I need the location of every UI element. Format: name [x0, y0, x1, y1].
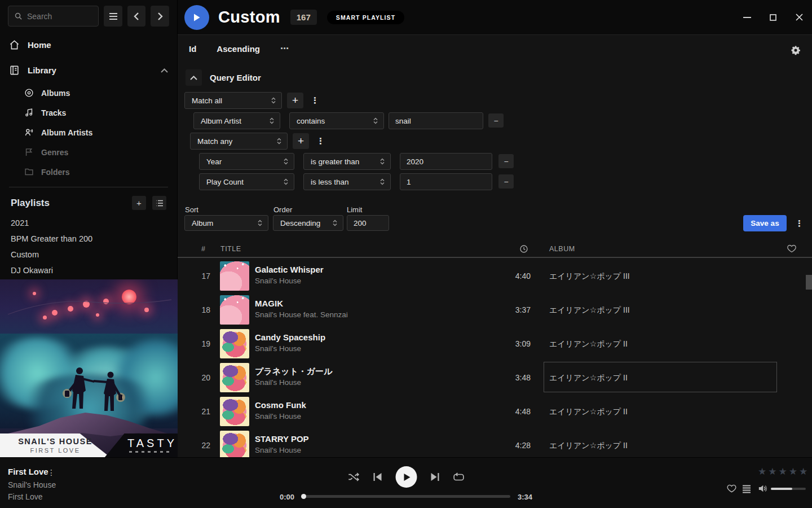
- star-icon[interactable]: ★: [799, 466, 807, 478]
- column-album[interactable]: ALBUM: [549, 245, 575, 253]
- shuffle-button[interactable]: [348, 472, 360, 482]
- group-menu-button-1[interactable]: ⋮: [311, 96, 319, 104]
- sort-field[interactable]: Id: [189, 44, 196, 54]
- match-mode-select-2[interactable]: Match any: [190, 133, 288, 150]
- remove-rule-button[interactable]: −: [498, 154, 514, 168]
- rule-operator-select[interactable]: is greater than: [303, 153, 391, 170]
- match-mode-select-1[interactable]: Match all: [184, 92, 282, 109]
- track-artist[interactable]: Snail's House feat. Sennzai: [255, 310, 348, 319]
- favorite-column-icon[interactable]: [787, 244, 796, 253]
- save-menu-button[interactable]: ⋮: [795, 219, 804, 227]
- track-title[interactable]: Galactic Whisper: [255, 265, 324, 274]
- back-button[interactable]: [127, 6, 146, 27]
- sidebar-item-genres[interactable]: Genres: [0, 142, 177, 162]
- sidebar-item-folders[interactable]: Folders: [0, 162, 177, 182]
- track-artist[interactable]: Snail's House: [255, 378, 301, 387]
- limit-input[interactable]: [347, 215, 389, 231]
- playlist-item-2021[interactable]: 2021: [0, 215, 177, 231]
- now-playing-artist[interactable]: Snail's House: [8, 480, 56, 489]
- track-row[interactable]: 20 プラネット・ガール Snail's House 3:48 エイリアン☆ポッ…: [178, 361, 812, 395]
- group-menu-button-2[interactable]: ⋮: [316, 137, 325, 145]
- remove-rule-button[interactable]: −: [488, 113, 504, 128]
- sidebar-item-album-artists[interactable]: Album Artists: [0, 122, 177, 142]
- queue-button[interactable]: [742, 485, 751, 493]
- close-button[interactable]: [795, 13, 804, 22]
- forward-button[interactable]: [151, 6, 169, 27]
- seek-handle[interactable]: [301, 494, 306, 499]
- track-artist[interactable]: Snail's House: [255, 344, 301, 353]
- now-playing-album[interactable]: First Love: [8, 492, 42, 501]
- playlist-item-dj-okawari[interactable]: DJ Okawari: [0, 262, 177, 278]
- now-playing-menu-button[interactable]: ⋮: [47, 468, 55, 477]
- sidebar-item-home[interactable]: Home: [0, 32, 177, 58]
- track-album[interactable]: エイリアン☆ポップ III: [549, 293, 630, 327]
- rule-field-select[interactable]: Year: [199, 153, 294, 170]
- sidebar-item-library[interactable]: Library: [0, 58, 177, 83]
- play-pause-button[interactable]: [396, 466, 417, 488]
- rule-field-select[interactable]: Album Artist: [193, 112, 280, 129]
- track-album[interactable]: エイリアン☆ポップ II: [549, 395, 628, 428]
- minimize-button[interactable]: [743, 13, 752, 22]
- rule-operator-select[interactable]: contains: [289, 112, 384, 129]
- star-icon[interactable]: ★: [768, 466, 776, 478]
- rule-field-select[interactable]: Play Count: [199, 173, 294, 190]
- track-title[interactable]: プラネット・ガール: [255, 366, 332, 377]
- sort-select[interactable]: Album: [184, 215, 268, 231]
- track-title[interactable]: Candy Spaceship: [255, 332, 325, 342]
- rule-operator-select[interactable]: is less than: [303, 173, 391, 190]
- rule-value-input[interactable]: [389, 112, 483, 129]
- search-input[interactable]: [27, 12, 92, 21]
- track-artist[interactable]: Snail's House: [255, 277, 301, 285]
- track-album[interactable]: エイリアン☆ポップ II: [549, 428, 628, 457]
- duration-column-icon[interactable]: [519, 244, 528, 253]
- column-index[interactable]: #: [201, 245, 205, 253]
- repeat-button[interactable]: [453, 472, 465, 482]
- add-playlist-button[interactable]: +: [132, 196, 146, 210]
- playlist-options-button[interactable]: [152, 196, 166, 210]
- now-playing-title[interactable]: First Love: [8, 467, 48, 476]
- now-playing-album-art[interactable]: SNAIL'S HOUSE FIRST LOVE TASTY: [0, 279, 178, 457]
- volume-button[interactable]: [758, 484, 767, 493]
- star-icon[interactable]: ★: [789, 466, 797, 478]
- volume-slider[interactable]: [771, 488, 806, 490]
- rule-value-input[interactable]: [400, 153, 492, 170]
- star-icon[interactable]: ★: [758, 466, 766, 478]
- track-row[interactable]: 18 MAGIK Snail's House feat. Sennzai 3:3…: [178, 293, 812, 327]
- save-as-button[interactable]: Save as: [743, 215, 787, 231]
- star-icon[interactable]: ★: [779, 466, 787, 478]
- track-title[interactable]: STARRY POP: [255, 434, 309, 444]
- order-select[interactable]: Descending: [273, 215, 343, 231]
- previous-button[interactable]: [373, 472, 382, 481]
- track-album[interactable]: エイリアン☆ポップ II: [549, 327, 628, 361]
- more-options-icon[interactable]: ⋯: [280, 43, 289, 54]
- scrollbar-thumb[interactable]: [806, 275, 812, 290]
- playlist-item-custom[interactable]: Custom: [0, 247, 177, 262]
- track-row[interactable]: 19 Candy Spaceship Snail's House 3:09 エイ…: [178, 327, 812, 361]
- favorite-button[interactable]: [727, 484, 736, 493]
- add-rule-button-2[interactable]: +: [293, 133, 309, 149]
- play-playlist-button[interactable]: [184, 5, 209, 30]
- column-title[interactable]: TITLE: [220, 245, 241, 253]
- search-box[interactable]: [8, 6, 99, 27]
- rule-value-input[interactable]: [400, 173, 492, 190]
- sort-direction[interactable]: Ascending: [217, 44, 260, 54]
- maximize-button[interactable]: [769, 13, 778, 22]
- track-row[interactable]: 22 STARRY POP Snail's House 4:28 エイリアン☆ポ…: [178, 428, 812, 457]
- track-artist[interactable]: Snail's House: [255, 412, 301, 421]
- sidebar-item-albums[interactable]: Albums: [0, 83, 177, 103]
- track-album[interactable]: エイリアン☆ポップ III: [549, 259, 630, 293]
- menu-button[interactable]: [104, 6, 122, 27]
- add-rule-button-1[interactable]: +: [287, 93, 303, 108]
- track-row[interactable]: 17 Galactic Whisper Snail's House 4:40 エ…: [178, 259, 812, 293]
- next-button[interactable]: [431, 472, 440, 481]
- seek-bar[interactable]: [302, 495, 510, 498]
- chevron-up-icon[interactable]: [161, 68, 168, 73]
- query-editor-collapse-button[interactable]: [186, 69, 202, 86]
- track-title[interactable]: MAGIK: [255, 299, 283, 308]
- settings-button[interactable]: [791, 45, 801, 55]
- track-artist[interactable]: Snail's House: [255, 446, 301, 454]
- track-row[interactable]: 21 Cosmo Funk Snail's House 4:48 エイリアン☆ポ…: [178, 395, 812, 428]
- sidebar-item-tracks[interactable]: Tracks: [0, 103, 177, 122]
- remove-rule-button[interactable]: −: [498, 174, 514, 189]
- track-title[interactable]: Cosmo Funk: [255, 400, 306, 410]
